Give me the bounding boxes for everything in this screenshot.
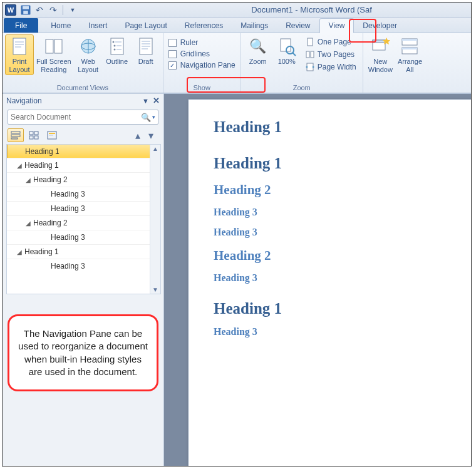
zoom-100-label: 100% — [278, 58, 296, 66]
ruler-checkbox[interactable]: Ruler — [166, 37, 201, 48]
expander-icon[interactable]: ◢ — [16, 249, 23, 255]
qat-customize-button[interactable]: ▼ — [66, 4, 79, 16]
outline-button[interactable]: Outline — [103, 34, 132, 68]
tab-view[interactable]: View — [319, 18, 354, 33]
document-area[interactable]: Heading 1Heading 1Heading 2Heading 3Head… — [164, 93, 471, 466]
print-layout-button[interactable]: Print Layout — [5, 34, 34, 75]
qat-save-button[interactable] — [19, 4, 32, 16]
one-page-button[interactable]: One Page — [303, 36, 359, 48]
nav-dropdown-button[interactable]: ▼ — [142, 97, 149, 105]
tab-home[interactable]: Home — [42, 19, 80, 33]
expander-icon[interactable]: ◢ — [24, 220, 32, 227]
svg-rect-5 — [15, 44, 24, 45]
tree-node-label: Heading 3 — [51, 190, 85, 198]
tab-page-layout[interactable]: Page Layout — [116, 19, 175, 33]
svg-point-17 — [113, 49, 115, 51]
expander-icon[interactable]: ◢ — [24, 177, 32, 183]
expander-icon[interactable]: ◢ — [16, 162, 23, 169]
doc-heading[interactable]: Heading 1 — [214, 118, 450, 136]
nav-close-button[interactable]: ✕ — [153, 96, 160, 105]
svg-rect-1 — [23, 6, 29, 9]
nav-next-button[interactable]: ▾ — [145, 128, 157, 142]
svg-rect-21 — [142, 43, 150, 44]
print-layout-label: Print Layout — [9, 58, 29, 73]
tree-node[interactable]: ◢Heading 2 — [7, 172, 160, 187]
nav-tab-results[interactable] — [44, 128, 60, 142]
tree-node[interactable]: Heading 3 — [7, 230, 160, 244]
nav-prev-button[interactable]: ▴ — [132, 128, 143, 142]
nav-tab-headings[interactable] — [8, 128, 24, 142]
new-window-button[interactable]: New Window — [366, 34, 395, 75]
doc-heading[interactable]: Heading 3 — [214, 207, 450, 218]
svg-rect-38 — [11, 131, 20, 133]
tab-references[interactable]: References — [176, 19, 232, 33]
svg-rect-30 — [307, 63, 313, 71]
zoom-group-label: Zoom — [244, 83, 360, 93]
doc-heading[interactable]: Heading 1 — [214, 300, 450, 317]
document-views-label: Document Views — [5, 83, 160, 93]
annotation-callout: The Navigation Pane can be used to reorg… — [8, 314, 158, 391]
search-icon[interactable]: 🔍 — [141, 113, 151, 122]
ruler-label: Ruler — [180, 38, 199, 47]
search-input[interactable] — [11, 113, 141, 121]
tab-mailings[interactable]: Mailings — [232, 19, 277, 33]
titlebar: W ↶ ↷ ▼ Document1 - Microsoft Word (Saf — [3, 3, 471, 18]
tab-insert[interactable]: Insert — [80, 19, 116, 33]
one-page-icon — [305, 37, 315, 47]
search-box[interactable]: 🔍 ▾ — [8, 110, 158, 125]
qat-undo-button[interactable]: ↶ — [33, 4, 46, 16]
draft-button[interactable]: Draft — [132, 34, 160, 68]
window-group-label — [366, 83, 425, 93]
document-page[interactable]: Heading 1Heading 1Heading 2Heading 3Head… — [188, 99, 471, 466]
show-group-label: Show — [166, 83, 238, 93]
tree-node[interactable]: ◢Heading 1 — [7, 158, 160, 172]
checkbox-icon — [168, 50, 177, 58]
web-layout-icon — [78, 36, 98, 56]
gridlines-label: Gridlines — [180, 49, 210, 58]
new-window-label: New Window — [368, 58, 393, 73]
full-screen-reading-button[interactable]: Full Screen Reading — [34, 34, 74, 75]
svg-rect-20 — [142, 41, 150, 42]
svg-rect-6 — [15, 46, 21, 48]
outline-label: Outline — [106, 58, 128, 66]
draft-label: Draft — [138, 58, 153, 66]
group-document-views: Print Layout Full Screen Reading Web Lay… — [3, 33, 163, 93]
navigation-pane-checkbox[interactable]: ✓Navigation Pane — [166, 59, 238, 71]
tree-node[interactable]: ◢Heading 1 — [7, 244, 160, 259]
tab-review[interactable]: Review — [277, 19, 319, 33]
doc-heading[interactable]: Heading 1 — [214, 155, 450, 172]
two-pages-button[interactable]: Two Pages — [303, 48, 359, 61]
doc-heading[interactable]: Heading 2 — [214, 248, 450, 264]
tree-node-label: Heading 1 — [24, 247, 59, 256]
nav-tab-pages[interactable] — [26, 128, 42, 142]
doc-heading[interactable]: Heading 3 — [214, 227, 450, 238]
tree-node[interactable]: Heading 1 — [7, 144, 160, 158]
doc-heading[interactable]: Heading 3 — [214, 326, 450, 338]
scroll-up-icon[interactable]: ▲ — [152, 145, 158, 153]
svg-rect-22 — [142, 46, 150, 47]
outline-icon — [107, 36, 127, 56]
zoom-button[interactable]: 🔍 Zoom — [244, 34, 272, 68]
scroll-down-icon[interactable]: ▼ — [152, 286, 158, 294]
page-width-button[interactable]: Page Width — [303, 61, 359, 73]
doc-heading[interactable]: Heading 3 — [214, 272, 450, 284]
tree-node[interactable]: Heading 3 — [7, 259, 160, 273]
web-layout-button[interactable]: Web Layout — [74, 34, 103, 75]
arrange-all-button[interactable]: Arrange All — [395, 34, 425, 75]
app-icon: W — [5, 4, 16, 16]
zoom-100-button[interactable]: 100% — [272, 34, 301, 68]
tree-scrollbar[interactable]: ▲ ▼ — [150, 145, 160, 294]
tab-developer[interactable]: Developer — [354, 19, 406, 33]
search-dropdown-icon[interactable]: ▾ — [152, 114, 155, 120]
ribbon-body: Print Layout Full Screen Reading Web Lay… — [3, 33, 471, 93]
tree-node[interactable]: ◢Heading 2 — [7, 215, 160, 230]
gridlines-checkbox[interactable]: Gridlines — [166, 48, 212, 59]
qat-redo-button[interactable]: ↷ — [47, 4, 59, 16]
tree-node[interactable]: Heading 3 — [7, 187, 160, 201]
tab-file[interactable]: File — [4, 18, 38, 33]
two-pages-label: Two Pages — [318, 50, 354, 59]
svg-rect-2 — [23, 11, 28, 14]
tree-node-label: Heading 1 — [24, 161, 59, 170]
tree-node[interactable]: Heading 3 — [7, 201, 160, 215]
doc-heading[interactable]: Heading 2 — [214, 182, 450, 198]
